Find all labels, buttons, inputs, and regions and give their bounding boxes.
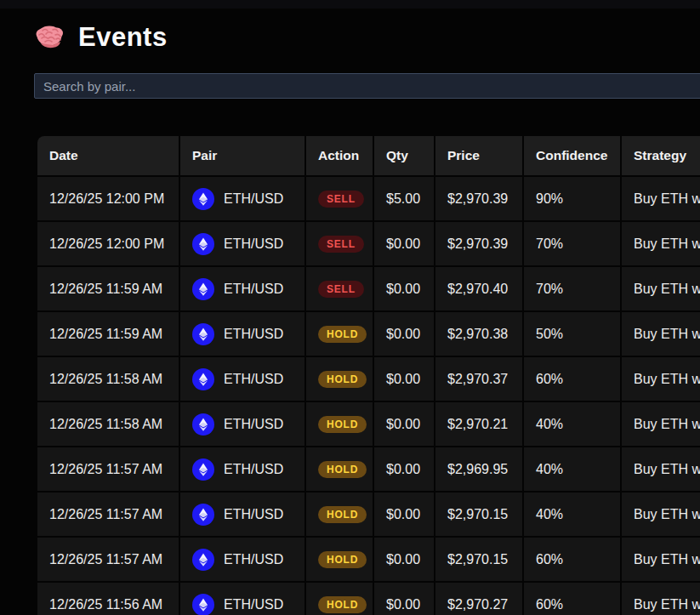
confidence-cell: 50% bbox=[524, 312, 620, 356]
qty-value: $0.00 bbox=[386, 282, 420, 296]
eth-icon bbox=[192, 233, 214, 255]
qty-cell: $0.00 bbox=[374, 583, 434, 615]
event-date: 12/26/25 11:56 AM bbox=[49, 597, 162, 612]
confidence-cell: 60% bbox=[524, 538, 620, 581]
confidence-value: 50% bbox=[536, 327, 563, 341]
pair-label: ETH/USD bbox=[224, 236, 283, 252]
qty-cell: $0.00 bbox=[374, 538, 434, 581]
pair-cell: ETH/USD bbox=[180, 222, 304, 265]
strategy-cell: Buy ETH with bbox=[622, 538, 700, 581]
table-row: 12/26/25 11:59 AM ETH/USD SELL $0.00 $2,… bbox=[37, 267, 700, 310]
eth-icon bbox=[192, 323, 214, 345]
eth-icon bbox=[192, 549, 214, 571]
action-badge: SELL bbox=[318, 281, 364, 298]
pair-label: ETH/USD bbox=[224, 417, 283, 432]
action-cell: HOLD bbox=[306, 402, 373, 446]
confidence-cell: 60% bbox=[524, 583, 620, 615]
pair-label: ETH/USD bbox=[224, 462, 283, 477]
event-date: 12/26/25 11:57 AM bbox=[49, 462, 162, 476]
date-cell: 12/26/25 11:57 AM bbox=[37, 493, 179, 536]
events-table-body: 12/26/25 12:00 PM ETH/USD SELL $5.00 $2,… bbox=[37, 177, 700, 615]
action-cell: HOLD bbox=[306, 493, 373, 536]
action-badge: HOLD bbox=[318, 326, 367, 343]
strategy-text: Buy ETH with bbox=[634, 191, 700, 206]
date-cell: 12/26/25 11:57 AM bbox=[37, 538, 179, 581]
qty-value: $0.00 bbox=[386, 236, 420, 251]
strategy-cell: Buy ETH with bbox=[622, 583, 700, 615]
eth-icon bbox=[192, 188, 214, 210]
confidence-value: 90% bbox=[536, 191, 563, 206]
price-cell: $2,970.39 bbox=[435, 222, 522, 265]
strategy-text: Buy ETH with bbox=[634, 462, 700, 476]
table-row: 12/26/25 12:00 PM ETH/USD SELL $5.00 $2,… bbox=[37, 177, 700, 220]
confidence-cell: 60% bbox=[524, 357, 620, 401]
action-badge: HOLD bbox=[318, 506, 367, 523]
strategy-cell: Buy ETH with bbox=[622, 267, 700, 310]
strategy-text: Buy ETH with bbox=[634, 507, 700, 521]
confidence-cell: 70% bbox=[524, 267, 620, 310]
strategy-text: Buy ETH with bbox=[634, 282, 700, 296]
pair-cell: ETH/USD bbox=[180, 447, 304, 491]
action-cell: SELL bbox=[306, 177, 373, 220]
eth-icon bbox=[192, 458, 214, 481]
strategy-cell: Buy ETH with bbox=[622, 402, 700, 446]
pair-cell: ETH/USD bbox=[180, 583, 304, 615]
confidence-value: 70% bbox=[536, 282, 563, 296]
action-badge: HOLD bbox=[318, 371, 367, 388]
action-badge: HOLD bbox=[318, 461, 367, 478]
price-value: $2,970.39 bbox=[447, 191, 508, 206]
date-cell: 12/26/25 11:58 AM bbox=[37, 402, 179, 446]
table-header-row: Date Pair Action Qty Price Confidence St… bbox=[37, 136, 700, 175]
pair-cell: ETH/USD bbox=[180, 538, 304, 581]
strategy-cell: Buy ETH with bbox=[622, 177, 700, 220]
qty-value: $0.00 bbox=[386, 372, 420, 386]
action-cell: HOLD bbox=[306, 538, 373, 581]
event-date: 12/26/25 11:58 AM bbox=[49, 417, 162, 431]
action-badge: SELL bbox=[318, 236, 364, 253]
pair-cell: ETH/USD bbox=[180, 267, 304, 310]
date-cell: 12/26/25 11:58 AM bbox=[37, 357, 179, 401]
date-cell: 12/26/25 12:00 PM bbox=[37, 222, 179, 265]
pair-cell: ETH/USD bbox=[180, 493, 304, 536]
price-value: $2,970.38 bbox=[447, 327, 508, 341]
pair-label: ETH/USD bbox=[224, 191, 283, 207]
confidence-value: 70% bbox=[536, 236, 563, 251]
action-cell: SELL bbox=[306, 267, 373, 310]
action-badge: SELL bbox=[318, 191, 364, 208]
pair-label: ETH/USD bbox=[224, 552, 283, 567]
qty-cell: $0.00 bbox=[374, 222, 434, 265]
pair-cell: ETH/USD bbox=[180, 357, 304, 401]
pair-cell: ETH/USD bbox=[180, 402, 304, 446]
search-input[interactable] bbox=[34, 73, 700, 99]
action-badge: HOLD bbox=[318, 551, 367, 568]
table-row: 12/26/25 11:57 AM ETH/USD HOLD $0.00 $2,… bbox=[37, 493, 700, 536]
qty-cell: $0.00 bbox=[374, 357, 434, 401]
strategy-text: Buy ETH with bbox=[634, 597, 700, 612]
pair-label: ETH/USD bbox=[224, 507, 283, 522]
eth-icon bbox=[192, 413, 214, 436]
action-cell: HOLD bbox=[306, 312, 373, 356]
action-badge: HOLD bbox=[318, 596, 367, 613]
column-header-pair: Pair bbox=[180, 136, 304, 175]
price-cell: $2,969.95 bbox=[435, 447, 522, 491]
eth-icon bbox=[192, 594, 214, 615]
brain-icon bbox=[34, 23, 66, 52]
pair-label: ETH/USD bbox=[224, 327, 283, 342]
strategy-cell: Buy ETH with bbox=[622, 493, 700, 536]
event-date: 12/26/25 12:00 PM bbox=[49, 191, 164, 206]
table-row: 12/26/25 11:56 AM ETH/USD HOLD $0.00 $2,… bbox=[37, 583, 700, 615]
price-cell: $2,970.21 bbox=[435, 402, 522, 446]
qty-value: $0.00 bbox=[386, 552, 420, 567]
table-row: 12/26/25 11:58 AM ETH/USD HOLD $0.00 $2,… bbox=[37, 402, 700, 446]
action-badge: HOLD bbox=[318, 416, 367, 433]
events-table-container: Date Pair Action Qty Price Confidence St… bbox=[36, 134, 700, 615]
strategy-text: Buy ETH with bbox=[634, 327, 700, 341]
event-date: 12/26/25 11:57 AM bbox=[49, 507, 162, 521]
table-row: 12/26/25 11:57 AM ETH/USD HOLD $0.00 $2,… bbox=[37, 538, 700, 581]
column-header-strategy: Strategy bbox=[622, 136, 700, 175]
price-cell: $2,970.40 bbox=[435, 267, 522, 310]
qty-value: $0.00 bbox=[386, 462, 420, 476]
confidence-cell: 40% bbox=[524, 493, 620, 536]
qty-cell: $0.00 bbox=[374, 402, 434, 446]
event-date: 12/26/25 11:59 AM bbox=[49, 282, 162, 296]
